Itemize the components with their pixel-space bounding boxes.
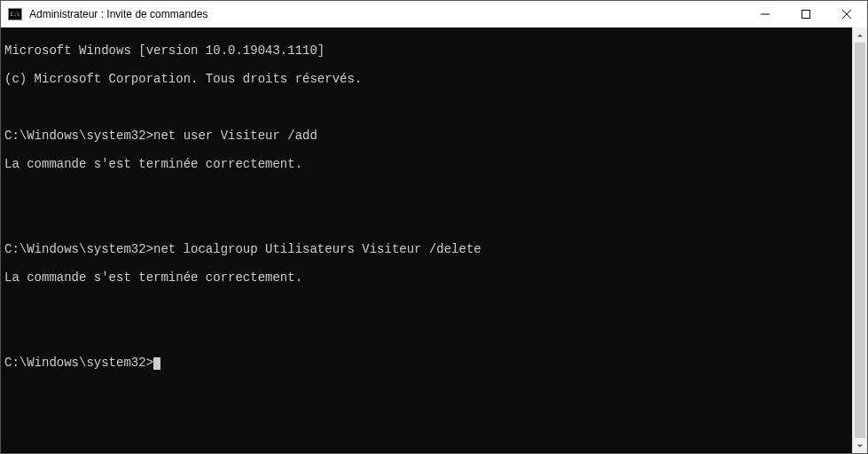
terminal-line: (c) Microsoft Corporation. Tous droits r… (4, 72, 852, 86)
terminal-line (4, 299, 852, 313)
minimize-icon (761, 10, 770, 19)
command-text: net localgroup Utilisateurs Visiteur /de… (153, 242, 481, 256)
prompt: C:\Windows\system32> (4, 242, 153, 256)
titlebar[interactable]: Administrateur : Invite de commandes (1, 1, 867, 27)
chevron-down-icon (856, 442, 864, 450)
window-title: Administrateur : Invite de commandes (29, 8, 207, 20)
maximize-icon (802, 10, 810, 19)
terminal-line: La commande s'est terminée correctement. (4, 270, 852, 285)
scroll-track[interactable] (853, 43, 867, 438)
svg-rect-1 (802, 11, 810, 19)
scroll-down-button[interactable] (853, 438, 867, 453)
cmd-window: Administrateur : Invite de commandes Mic… (0, 0, 868, 454)
terminal-line: Microsoft Windows [version 10.0.19043.11… (4, 43, 852, 58)
scroll-up-button[interactable] (853, 27, 867, 43)
terminal-line (4, 327, 852, 341)
vertical-scrollbar[interactable] (852, 27, 867, 453)
terminal-line (4, 214, 852, 228)
command-text: net user Visiteur /add (153, 129, 317, 143)
maximize-button[interactable] (786, 1, 826, 27)
terminal-line: La commande s'est terminée correctement. (4, 157, 852, 171)
terminal-line (4, 185, 852, 200)
scroll-thumb[interactable] (855, 43, 865, 438)
terminal-line (4, 100, 852, 114)
prompt: C:\Windows\system32> (4, 129, 153, 143)
text-cursor (153, 357, 160, 370)
close-icon (842, 10, 851, 19)
app-icon-slot (6, 5, 24, 23)
minimize-button[interactable] (745, 1, 786, 27)
chevron-up-icon (856, 32, 864, 39)
terminal-line: C:\Windows\system32>net localgroup Utili… (4, 242, 852, 256)
client-area: Microsoft Windows [version 10.0.19043.11… (1, 27, 867, 453)
cmd-icon (8, 8, 22, 20)
prompt: C:\Windows\system32> (4, 356, 153, 370)
terminal-line: C:\Windows\system32>net user Visiteur /a… (4, 129, 852, 143)
close-button[interactable] (826, 1, 867, 27)
terminal-output[interactable]: Microsoft Windows [version 10.0.19043.11… (1, 27, 852, 453)
terminal-line: C:\Windows\system32> (4, 356, 852, 370)
